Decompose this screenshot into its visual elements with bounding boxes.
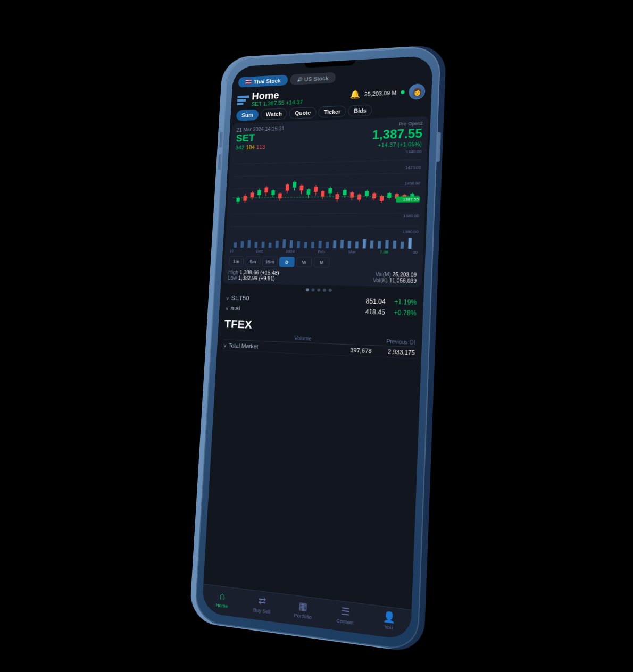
avatar-emoji: 👩 — [412, 87, 422, 96]
tf-15m-button[interactable]: 15m — [262, 257, 278, 267]
svg-rect-81 — [408, 238, 412, 249]
svg-rect-43 — [365, 191, 369, 196]
svg-rect-79 — [393, 241, 396, 249]
user-avatar[interactable]: 👩 — [409, 83, 426, 100]
you-nav-icon: 👤 — [382, 610, 395, 624]
candlestick-chart: 1440.00 1420.00 1400.00 1387.55 1380.00 … — [230, 149, 421, 234]
volume-down-button[interactable] — [218, 154, 222, 170]
svg-rect-75 — [363, 239, 367, 249]
set50-values: 851.04 +1.19% — [365, 298, 417, 306]
portfolio-nav-icon: ▦ — [298, 600, 308, 613]
portfolio-nav-label: Portfolio — [294, 612, 312, 620]
vol-k-stat: Vol(K) 11,056,039 — [373, 278, 417, 284]
svg-rect-39 — [350, 192, 354, 198]
svg-line-2 — [233, 186, 420, 189]
svg-line-44 — [374, 192, 374, 200]
tfex-total-market-row[interactable]: ∨ Total Market 397,678 2,933,175 — [223, 340, 415, 358]
tf-5m-button[interactable]: 5m — [245, 256, 261, 267]
svg-rect-25 — [299, 186, 303, 191]
svg-rect-62 — [269, 243, 272, 248]
svg-rect-53 — [403, 195, 407, 200]
timeline-2024: 2024 — [286, 249, 295, 254]
mai-change: +0.78% — [394, 309, 417, 317]
bottom-nav-home[interactable]: ⌂ Home — [209, 589, 235, 610]
chart-bottom-stats: High 1,388.66 (+15.48) Low 1,382.99 (+9.… — [228, 270, 417, 284]
timeline-end: 00 — [413, 250, 418, 255]
tf-m-button[interactable]: M — [314, 257, 330, 267]
price-level-2: 1420.00 — [397, 165, 421, 170]
home-nav-icon: ⌂ — [219, 590, 225, 602]
timeline-dec: Dec — [256, 249, 263, 254]
bids-nav-button[interactable]: Bids — [348, 105, 372, 117]
you-nav-label: You — [384, 624, 393, 631]
watch-nav-button[interactable]: Watch — [260, 108, 288, 120]
bottom-nav-buysell[interactable]: ⇄ Buy Sell — [249, 593, 276, 615]
thai-stock-tab[interactable]: 🇹🇭 Thai Stock — [238, 75, 288, 88]
unchanged-count: 184 — [246, 144, 255, 150]
header-left: Home SET 1,387.55 +14.37 — [237, 88, 303, 107]
val-m-value: 25,203.09 — [392, 272, 417, 278]
set50-change: +1.19% — [394, 298, 417, 306]
svg-rect-68 — [311, 242, 314, 248]
mai-price: 418.45 — [365, 308, 385, 316]
bottom-nav-you[interactable]: 👤 You — [374, 609, 403, 633]
screen-area: 🇹🇭 Thai Stock 🔊 US Stock — [202, 56, 433, 641]
set50-price: 851.04 — [365, 298, 386, 306]
chart-symbol: SET — [236, 131, 284, 144]
timeline-labels: 10 Dec 2024 Feb Mar 7.88 00 — [229, 248, 418, 256]
svg-line-3 — [232, 199, 420, 201]
svg-line-1 — [234, 173, 421, 177]
svg-rect-70 — [326, 242, 329, 248]
svg-rect-49 — [387, 193, 391, 198]
low-value: 1,382.99 (+9.81) — [238, 275, 275, 282]
chart-section: 21 Mar 2024 14:15:31 SET 342 184 113 — [223, 116, 429, 288]
svg-rect-23 — [293, 182, 296, 188]
tfex-col-volume: Volume — [294, 335, 312, 342]
thai-stock-label: Thai Stock — [254, 77, 281, 85]
tf-1m-button[interactable]: 1m — [229, 256, 244, 266]
bottom-nav-content[interactable]: ☰ Content — [331, 604, 360, 627]
svg-rect-66 — [297, 241, 300, 248]
tf-w-button[interactable]: W — [296, 257, 312, 267]
quote-nav-button[interactable]: Quote — [289, 107, 316, 119]
tfex-row-prev-oi: 2,933,175 — [385, 348, 415, 356]
tf-d-button[interactable]: D — [279, 257, 295, 267]
dot-2 — [311, 288, 314, 291]
bottom-nav-portfolio[interactable]: ▦ Portfolio — [289, 599, 317, 621]
mai-values: 418.45 +0.78% — [365, 308, 417, 317]
timeline-mar: Mar — [348, 249, 356, 254]
price-change: +14.37 (+1.05%) — [372, 141, 422, 148]
volume-up-button[interactable] — [219, 132, 223, 148]
svg-rect-51 — [395, 194, 399, 199]
power-button[interactable] — [437, 132, 441, 162]
chart-stats-row: 342 184 113 — [235, 143, 284, 150]
us-stock-tab[interactable]: 🔊 US Stock — [289, 72, 336, 85]
svg-line-52 — [404, 194, 405, 201]
svg-rect-78 — [385, 240, 389, 249]
svg-rect-37 — [343, 190, 346, 195]
dot-1 — [306, 288, 309, 291]
phone-frame: 🇹🇭 Thai Stock 🔊 US Stock — [194, 46, 441, 652]
svg-line-0 — [235, 159, 421, 164]
pre-open-label: Pre-Open2 — [372, 121, 422, 128]
declines-count: 113 — [256, 144, 265, 150]
thai-flag-icon: 🇹🇭 — [245, 79, 252, 86]
svg-rect-74 — [355, 241, 359, 248]
mai-left: ∨ mai — [225, 305, 240, 312]
notification-bell-icon[interactable]: 🔔 — [349, 89, 360, 99]
svg-rect-65 — [289, 240, 293, 248]
tfex-row-name: Total Market — [228, 342, 258, 350]
svg-rect-31 — [321, 191, 324, 197]
svg-rect-11 — [251, 192, 254, 197]
svg-rect-41 — [357, 195, 361, 200]
buysell-nav-label: Buy Sell — [253, 607, 271, 615]
svg-rect-21 — [286, 184, 289, 191]
sum-nav-button[interactable]: Sum — [236, 109, 259, 121]
screen-content: 🇹🇭 Thai Stock 🔊 US Stock — [202, 56, 433, 641]
dot-5 — [329, 289, 332, 292]
vol-val-stats: Val(M) 25,203.09 Vol(K) 11,056,039 — [373, 272, 417, 284]
svg-rect-17 — [271, 190, 275, 195]
chart-right: Pre-Open2 1,387.55 +14.37 (+1.05%) — [372, 121, 423, 148]
content-nav-label: Content — [336, 618, 354, 626]
ticker-nav-button[interactable]: Ticker — [318, 106, 346, 118]
